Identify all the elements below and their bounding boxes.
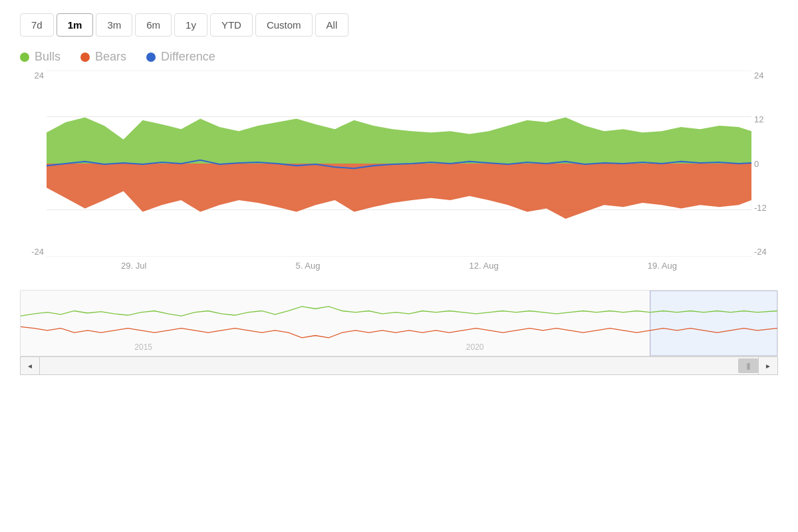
chart-svg — [47, 70, 751, 257]
difference-label: Difference — [161, 50, 215, 64]
time-btn-ytd[interactable]: YTD — [210, 13, 253, 37]
bears-area — [47, 164, 751, 219]
time-btn-1y[interactable]: 1y — [174, 13, 207, 37]
time-btn-all[interactable]: All — [315, 13, 349, 37]
overview-svg: 2015 2020 — [21, 291, 777, 356]
x-label-29jul: 29. Jul — [121, 261, 146, 271]
chart-legend: Bulls Bears Difference — [20, 50, 778, 64]
y-right-neg24: -24 — [754, 247, 778, 257]
time-btn-6m[interactable]: 6m — [135, 13, 172, 37]
y-right-0: 0 — [754, 159, 778, 169]
y-right-12: 12 — [754, 114, 778, 124]
chart-canvas — [47, 70, 751, 257]
bears-dot — [80, 53, 90, 62]
bulls-dot — [20, 53, 29, 62]
difference-dot — [146, 53, 156, 62]
y-axis-left: 24 -24 — [20, 70, 47, 257]
scrollbar: ◄ ||| ► — [20, 356, 778, 375]
y-left-24: 24 — [20, 70, 44, 80]
scroll-thumb-lines: ||| — [747, 362, 750, 370]
legend-bulls[interactable]: Bulls — [20, 50, 61, 64]
time-btn-3m[interactable]: 3m — [96, 13, 132, 37]
bears-label: Bears — [95, 50, 126, 64]
svg-text:2015: 2015 — [134, 342, 152, 352]
scroll-track[interactable]: ||| — [40, 356, 758, 375]
x-label-5aug: 5. Aug — [296, 261, 321, 271]
x-label-12aug: 12. Aug — [469, 261, 499, 271]
legend-difference[interactable]: Difference — [146, 50, 215, 64]
time-btn-1m[interactable]: 1m — [57, 13, 94, 37]
overview-chart: 2015 2020 — [20, 290, 778, 356]
time-btn-custom[interactable]: Custom — [255, 13, 313, 37]
bulls-area — [47, 118, 751, 164]
svg-text:2020: 2020 — [466, 342, 484, 352]
time-range-selector: 7d 1m 3m 6m 1y YTD Custom All — [20, 13, 778, 37]
y-left-neg24: -24 — [20, 247, 44, 257]
scroll-thumb[interactable]: ||| — [738, 358, 758, 373]
time-btn-7d[interactable]: 7d — [20, 13, 54, 37]
main-chart: 24 -24 24 12 0 -12 -24 — [20, 70, 778, 283]
y-right-24: 24 — [754, 70, 778, 80]
bulls-label: Bulls — [35, 50, 61, 64]
x-axis: 29. Jul 5. Aug 12. Aug 19. Aug — [47, 257, 751, 283]
scroll-left-button[interactable]: ◄ — [20, 356, 40, 375]
scroll-right-button[interactable]: ► — [758, 356, 778, 375]
svg-rect-6 — [650, 291, 777, 356]
legend-bears[interactable]: Bears — [80, 50, 126, 64]
y-axis-right: 24 12 0 -12 -24 — [751, 70, 778, 257]
x-label-19aug: 19. Aug — [648, 261, 677, 271]
y-right-neg12: -12 — [754, 203, 778, 213]
